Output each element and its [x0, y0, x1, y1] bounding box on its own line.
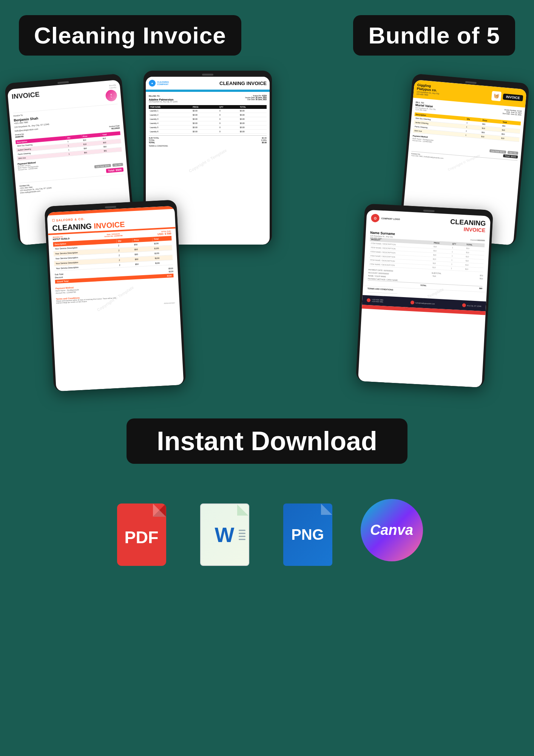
png-format-icon: PNG [278, 494, 338, 566]
word-lines [239, 530, 245, 540]
pdf-body: PDF [117, 503, 166, 566]
instant-download-section: Instant Download [0, 396, 534, 479]
canva-format-icon: Canva [361, 499, 423, 561]
word-fold [237, 504, 248, 516]
tablet-invoice-4: ☐ SALFORD & CO. CLEANING INVOICE INVOICE… [44, 200, 186, 392]
canva-label: Canva [370, 522, 413, 538]
title-right: Bundle of 5 [368, 22, 500, 48]
title-right-badge: Bundle of 5 [353, 15, 515, 56]
tablets-area: INVOICE Bonrelle Laundry BL Invoice To: … [0, 67, 534, 396]
title-left-badge: Cleaning Invoice [19, 15, 241, 56]
title-left: Cleaning Invoice [34, 22, 226, 48]
word-line [239, 536, 245, 537]
instant-download-badge: Instant Download [127, 418, 407, 464]
instant-download-text: Instant Download [157, 426, 377, 456]
header-area: Cleaning Invoice Bundle of 5 [0, 0, 534, 63]
png-fold [321, 503, 332, 515]
pdf-format-icon: PDF [111, 494, 172, 566]
pdf-label: PDF [125, 528, 159, 547]
format-icons-section: PDF W PNG Canva [0, 479, 534, 589]
word-line [239, 539, 245, 540]
word-w-label: W [215, 523, 235, 547]
word-line [239, 530, 245, 531]
png-label: PNG [291, 526, 324, 543]
png-body: PNG [283, 503, 332, 566]
tablet-invoice-5: ⚙ COMPANY LOGO CLEANING INVOICE Name Sur… [356, 203, 493, 387]
word-line [239, 533, 245, 534]
word-format-icon: W [194, 494, 255, 566]
word-body: W [200, 503, 249, 566]
